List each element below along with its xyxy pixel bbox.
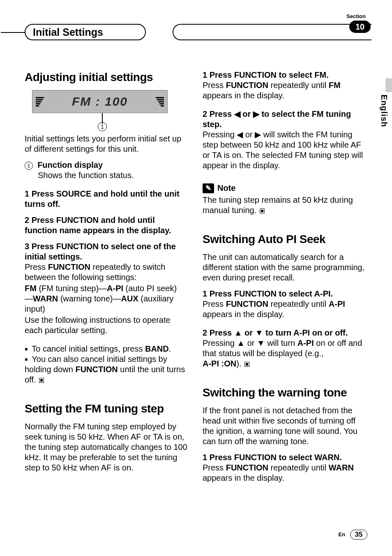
end-mark-icon [260,208,265,213]
warn-intro: If the front panel is not detached from … [203,405,367,447]
step-3-body: Press FUNCTION repeatedly to switch betw… [25,262,189,283]
step-1: 1 Press SOURCE and hold until the unit t… [25,189,189,209]
heading-fm-step: Setting the FM tuning step [25,401,189,416]
end-mark-icon [39,378,44,383]
header-rule-right [173,24,371,40]
intro-text: Initial settings lets you perform initia… [25,134,189,154]
function-display-desc: Shows the function status. [38,170,189,181]
fm-step-2-body: Pressing ◀ or ▶ will switch the FM tunin… [203,130,367,171]
page-header: Section Initial Settings 10 [25,16,367,41]
footer-lang: En [338,531,345,538]
page-footer: En 35 [338,530,367,540]
end-mark-icon [244,362,249,367]
callout-number: 1 [98,122,107,131]
note-body: The tuning step remains at 50 kHz during… [203,195,367,215]
bullet-1: To cancel initial settings, press BAND. [25,344,189,354]
api-intro: The unit can automatically search for a … [203,252,367,283]
warn-step-1: 1 Press FUNCTION to select WARN. [203,452,367,463]
language-name: English [379,95,389,127]
note-label: Note [217,183,235,193]
step-3: 3 Press FUNCTION to select one of the in… [25,241,189,262]
section-number-badge: 10 [349,21,371,33]
bullets: To cancel initial settings, press BAND. … [25,344,189,385]
fm-intro: Normally the FM tuning step employed by … [25,422,189,473]
bullet-2: You can also cancel initial settings by … [25,354,189,385]
step-2: 2 Press FUNCTION and hold until function… [25,215,189,236]
lcd-illustration: FM : 100 1 [32,90,189,130]
language-side-tab: English [379,78,392,127]
options-list: FM (FM tuning step)—A-PI (auto PI seek) … [25,283,189,314]
warn-step-1-body: Press FUNCTION repeatedly until WARN app… [203,463,367,483]
lcd-screen: FM : 100 [32,90,168,113]
circled-1: 1 [25,162,33,170]
left-column: Adjusting initial settings FM : 100 1 In… [25,70,189,491]
fm-step-1-body: Press FUNCTION repeatedly until FM appea… [203,80,367,101]
function-display-title: Function display [37,160,103,169]
fm-step-1: 1 Press FUNCTION to select FM. [203,70,367,80]
heading-adjusting: Adjusting initial settings [25,70,189,84]
pencil-icon [203,183,214,193]
api-step-1-body: Press FUNCTION repeatedly until A-PI app… [203,299,367,320]
right-column: 1 Press FUNCTION to select FM. Press FUN… [203,70,367,491]
note-header: Note [203,183,367,193]
section-label: Section [346,13,366,20]
api-step-1: 1 Press FUNCTION to select A-PI. [203,289,367,299]
heading-warn: Switching the warning tone [203,385,367,400]
lcd-callout: 1 [32,113,168,130]
function-display-label: 1 Function display [25,160,189,170]
api-step-2: 2 Press ▲ or ▼ to turn A-PI on or off. [203,328,367,338]
options-follow: Use the following instructions to operat… [25,315,189,336]
section-title-tab: Initial Settings [25,24,146,40]
section-title: Initial Settings [33,26,103,39]
fm-step-2: 2 Press ◀ or ▶ to select the FM tuning s… [203,109,367,130]
language-tab-marker [385,78,392,92]
heading-api: Switching Auto PI Seek [203,232,367,246]
footer-page-number: 35 [350,530,367,540]
api-step-2-body: Pressing ▲ or ▼ will turn A-PI on or off… [203,338,367,369]
lcd-text: FM : 100 [72,94,128,109]
